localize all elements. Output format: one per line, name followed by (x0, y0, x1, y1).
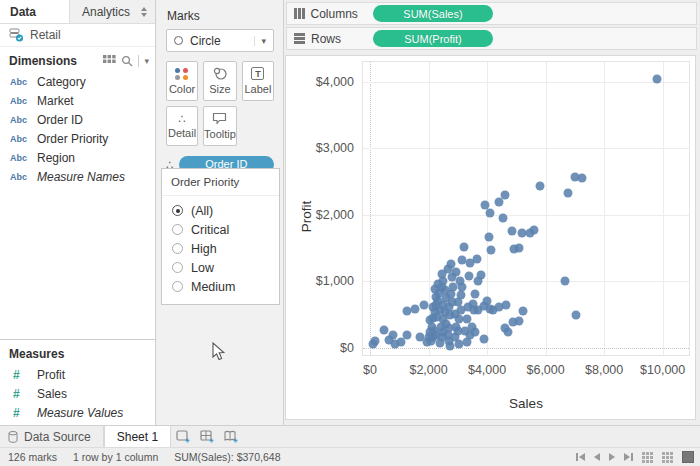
scatter-point[interactable] (456, 291, 465, 300)
radio-icon[interactable] (172, 262, 183, 273)
scatter-point[interactable] (420, 301, 429, 310)
measure-item[interactable]: # Profit (0, 365, 155, 384)
datasource-item[interactable]: Retail (0, 24, 155, 47)
layout-summary: 1 row by 1 column (73, 451, 158, 463)
radio-icon[interactable] (172, 205, 183, 216)
previous-sheet-icon[interactable] (594, 453, 600, 461)
scatter-point[interactable] (572, 310, 581, 319)
scatter-point[interactable] (471, 289, 480, 298)
scatter-point[interactable] (578, 173, 587, 182)
scatter-point[interactable] (446, 341, 455, 350)
scatter-point[interactable] (487, 246, 496, 255)
sum-sales-pill[interactable]: SUM(Sales) (373, 5, 493, 22)
scatter-point[interactable] (410, 305, 419, 314)
scatter-point[interactable] (477, 270, 486, 279)
dimension-item[interactable]: Abc Region (0, 148, 155, 167)
scatter-point[interactable] (370, 337, 379, 346)
scatter-point[interactable] (529, 226, 538, 235)
radio-icon[interactable] (172, 281, 183, 292)
scatter-point[interactable] (455, 276, 464, 285)
filter-option[interactable]: High (162, 239, 279, 258)
scatter-point[interactable] (480, 334, 489, 343)
mark-type-dropdown[interactable]: Circle ▾ (166, 29, 274, 52)
scatter-point[interactable] (480, 200, 489, 209)
y-tick-label: $2,000 (316, 208, 354, 222)
scatter-point[interactable] (509, 318, 518, 327)
search-icon[interactable] (121, 55, 133, 67)
filmstrip-view-icon[interactable] (662, 452, 673, 463)
tab-data[interactable]: Data (0, 0, 70, 23)
dimension-item[interactable]: Abc Order ID (0, 110, 155, 129)
scatter-plot-pane[interactable]: $0$2,000$4,000$6,000$8,000$10,000$0$1,00… (362, 61, 690, 356)
dimension-item[interactable]: Abc Market (0, 91, 155, 110)
x-tick-label: $8,000 (585, 363, 623, 377)
scatter-point[interactable] (458, 255, 467, 264)
scatter-point[interactable] (560, 276, 569, 285)
scatter-point[interactable] (384, 335, 393, 344)
color-button[interactable]: Color (166, 61, 198, 101)
filter-option[interactable]: Medium (162, 277, 279, 296)
tooltip-button[interactable]: Tooltip (203, 106, 237, 146)
scatter-point[interactable] (519, 306, 528, 315)
radio-icon[interactable] (172, 243, 183, 254)
rows-shelf[interactable]: Rows SUM(Profit) (286, 27, 697, 50)
scatter-point[interactable] (380, 325, 389, 334)
scatter-point[interactable] (471, 328, 480, 337)
dimensions-menu-caret-icon[interactable]: ▾ (144, 56, 149, 66)
columns-shelf[interactable]: Columns SUM(Sales) (286, 2, 697, 25)
dimension-item[interactable]: Abc Category (0, 72, 155, 91)
scatter-point[interactable] (503, 327, 512, 336)
mouse-cursor (212, 342, 226, 362)
size-icon (212, 67, 227, 80)
scatter-point[interactable] (447, 259, 456, 268)
scatter-point[interactable] (486, 209, 495, 218)
first-sheet-icon[interactable] (576, 453, 585, 461)
scatter-point[interactable] (436, 339, 445, 348)
tab-analytics[interactable]: Analytics (70, 0, 155, 23)
scatter-point[interactable] (402, 330, 411, 339)
scatter-point[interactable] (507, 226, 516, 235)
size-button[interactable]: Size (203, 61, 237, 101)
columns-shelf-label: Columns (311, 7, 358, 21)
scatter-point[interactable] (439, 276, 448, 285)
x-axis-title: Sales (362, 396, 690, 411)
show-tabs-view-icon[interactable] (642, 452, 653, 463)
scatter-point[interactable] (515, 244, 524, 253)
field-label: Profit (37, 368, 65, 382)
scatter-point[interactable] (652, 74, 661, 83)
next-sheet-icon[interactable] (609, 453, 615, 461)
label-button[interactable]: T Label (242, 61, 274, 101)
filter-option[interactable]: (All) (162, 201, 279, 220)
last-sheet-icon[interactable] (624, 453, 633, 461)
scatter-point[interactable] (498, 214, 507, 223)
filter-option[interactable]: Low (162, 258, 279, 277)
measure-item[interactable]: # Sales (0, 384, 155, 403)
pane-collapse-icon[interactable] (140, 7, 147, 17)
scatter-point[interactable] (464, 272, 473, 281)
new-story-button[interactable] (219, 426, 243, 447)
new-worksheet-button[interactable] (171, 426, 195, 447)
scatter-point[interactable] (462, 337, 471, 346)
sum-profit-pill[interactable]: SUM(Profit) (373, 30, 493, 47)
dimension-item[interactable]: Abc Measure Names (0, 167, 155, 186)
fullscreen-view-icon[interactable] (682, 451, 694, 463)
scatter-point[interactable] (459, 243, 468, 252)
dimension-item[interactable]: Abc Order Priority (0, 129, 155, 148)
scatter-point[interactable] (466, 258, 475, 267)
scatter-point[interactable] (485, 232, 494, 241)
label-button-label: Label (244, 83, 271, 95)
scatter-point[interactable] (535, 181, 544, 190)
measure-item[interactable]: # Measure Values (0, 403, 155, 422)
data-source-tab[interactable]: Data Source (0, 426, 104, 447)
sheet1-tab[interactable]: Sheet 1 (104, 426, 171, 447)
scatter-point[interactable] (502, 301, 511, 310)
scatter-point[interactable] (494, 198, 503, 207)
filter-option[interactable]: Critical (162, 220, 279, 239)
new-dashboard-button[interactable] (195, 426, 219, 447)
order-priority-filter-card: Order Priority (All) Critical High Low M… (161, 168, 280, 305)
detail-button[interactable]: ∴ Detail (166, 106, 198, 146)
radio-icon[interactable] (172, 224, 183, 235)
scatter-point[interactable] (563, 188, 572, 197)
scatter-point[interactable] (501, 190, 510, 199)
view-data-grid-icon[interactable] (103, 55, 116, 67)
